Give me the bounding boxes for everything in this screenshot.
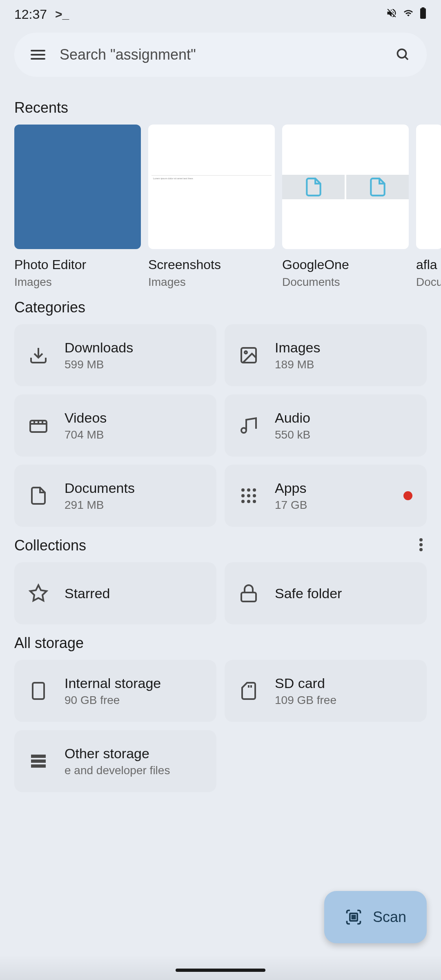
category-name: Apps <box>275 480 307 496</box>
category-name: Videos <box>65 410 107 426</box>
collection-name: Safe folder <box>275 586 342 601</box>
terminal-icon: >_ <box>55 7 69 21</box>
recent-thumb <box>416 125 441 249</box>
category-name: Images <box>275 340 321 356</box>
recent-type: Docu <box>416 276 441 289</box>
svg-rect-0 <box>420 8 426 19</box>
collections-title: Collections <box>0 527 100 562</box>
storage-other[interactable]: Other storage e and developer files <box>14 730 216 792</box>
star-icon <box>29 584 48 603</box>
wifi-icon <box>402 8 414 21</box>
category-size: 599 MB <box>65 358 133 371</box>
recent-thumb <box>14 125 141 249</box>
category-documents[interactable]: Documents 291 MB <box>14 465 216 527</box>
image-icon <box>239 345 258 365</box>
categories-grid: Downloads 599 MB Images 189 MB Videos 70… <box>0 324 441 527</box>
recent-googleone[interactable]: GoogleOne Documents <box>282 125 409 289</box>
svg-marker-22 <box>30 585 47 601</box>
scan-label: Scan <box>373 909 406 926</box>
document-icon <box>303 175 324 199</box>
recent-name: Photo Editor <box>14 257 141 272</box>
recent-screenshots[interactable]: Lorem ipsum dolor sit amet text lines Sc… <box>148 125 275 289</box>
category-size: 550 kB <box>275 428 310 441</box>
status-time: 12:37 <box>14 7 47 22</box>
bottom-shadow <box>0 955 441 980</box>
svg-rect-29 <box>31 760 46 763</box>
document-icon <box>368 175 388 199</box>
categories-title: Categories <box>0 289 441 324</box>
notification-dot <box>403 491 412 500</box>
svg-point-2 <box>398 49 406 58</box>
recents-title: Recents <box>0 89 441 125</box>
svg-point-15 <box>253 488 256 492</box>
recent-thumb: Lorem ipsum dolor sit amet text lines <box>148 125 275 249</box>
storage-title: All storage <box>0 624 441 660</box>
scan-button[interactable]: Scan <box>324 891 427 943</box>
battery-icon <box>419 7 427 22</box>
category-images[interactable]: Images 189 MB <box>225 324 427 386</box>
category-downloads[interactable]: Downloads 599 MB <box>14 324 216 386</box>
category-size: 704 MB <box>65 428 107 441</box>
sd-card-icon <box>239 681 258 701</box>
svg-point-17 <box>247 494 250 497</box>
svg-line-3 <box>405 57 408 60</box>
status-bar: 12:37 >_ <box>0 0 441 29</box>
lock-icon <box>239 584 258 603</box>
storage-name: Other storage <box>65 746 170 762</box>
storage-icon <box>29 751 48 771</box>
recent-name: Screenshots <box>148 257 275 272</box>
phone-icon <box>29 681 48 701</box>
mute-icon <box>386 7 397 22</box>
recent-partial[interactable]: afla Docu <box>416 125 441 289</box>
recent-type: Images <box>148 276 275 289</box>
svg-rect-24 <box>33 683 44 699</box>
audio-icon <box>239 416 258 435</box>
storage-name: Internal storage <box>65 675 161 691</box>
recent-type: Documents <box>282 276 409 289</box>
category-apps[interactable]: Apps 17 GB <box>225 465 427 527</box>
storage-size: e and developer files <box>65 764 170 777</box>
storage-internal[interactable]: Internal storage 90 GB free <box>14 660 216 722</box>
recents-row[interactable]: Photo Editor Images Lorem ipsum dolor si… <box>0 125 441 289</box>
category-size: 17 GB <box>275 499 307 512</box>
svg-point-14 <box>247 488 250 492</box>
storage-name: SD card <box>275 675 336 691</box>
category-name: Documents <box>65 480 135 496</box>
video-icon <box>29 416 48 435</box>
search-bar[interactable]: Search "assignment" <box>14 33 427 77</box>
svg-point-21 <box>253 500 256 503</box>
storage-sd-card[interactable]: SD card 109 GB free <box>225 660 427 722</box>
svg-point-19 <box>241 500 245 503</box>
storage-grid: Internal storage 90 GB free SD card 109 … <box>0 660 441 792</box>
collection-safe-folder[interactable]: Safe folder <box>225 562 427 624</box>
recent-name: GoogleOne <box>282 257 409 272</box>
svg-point-20 <box>247 500 250 503</box>
more-icon[interactable] <box>419 538 423 551</box>
search-icon[interactable] <box>396 47 410 62</box>
nav-bar[interactable] <box>176 969 265 972</box>
category-size: 189 MB <box>275 358 321 371</box>
storage-size: 90 GB free <box>65 694 161 707</box>
collections-grid: Starred Safe folder <box>0 562 441 624</box>
svg-point-18 <box>253 494 256 497</box>
recent-name: afla <box>416 257 441 272</box>
recent-photo-editor[interactable]: Photo Editor Images <box>14 125 141 289</box>
svg-point-13 <box>241 488 245 492</box>
collection-starred[interactable]: Starred <box>14 562 216 624</box>
apps-icon <box>239 486 258 506</box>
category-size: 291 MB <box>65 499 135 512</box>
recent-thumb <box>282 125 409 249</box>
category-name: Audio <box>275 410 310 426</box>
search-input[interactable]: Search "assignment" <box>60 46 381 63</box>
document-icon <box>29 486 48 506</box>
menu-icon[interactable] <box>31 50 45 60</box>
scan-icon <box>345 908 363 926</box>
svg-point-12 <box>241 428 246 433</box>
category-name: Downloads <box>65 340 133 356</box>
svg-point-6 <box>245 351 247 354</box>
category-audio[interactable]: Audio 550 kB <box>225 394 427 457</box>
svg-rect-28 <box>31 755 46 758</box>
category-videos[interactable]: Videos 704 MB <box>14 394 216 457</box>
svg-point-16 <box>241 494 245 497</box>
storage-size: 109 GB free <box>275 694 336 707</box>
